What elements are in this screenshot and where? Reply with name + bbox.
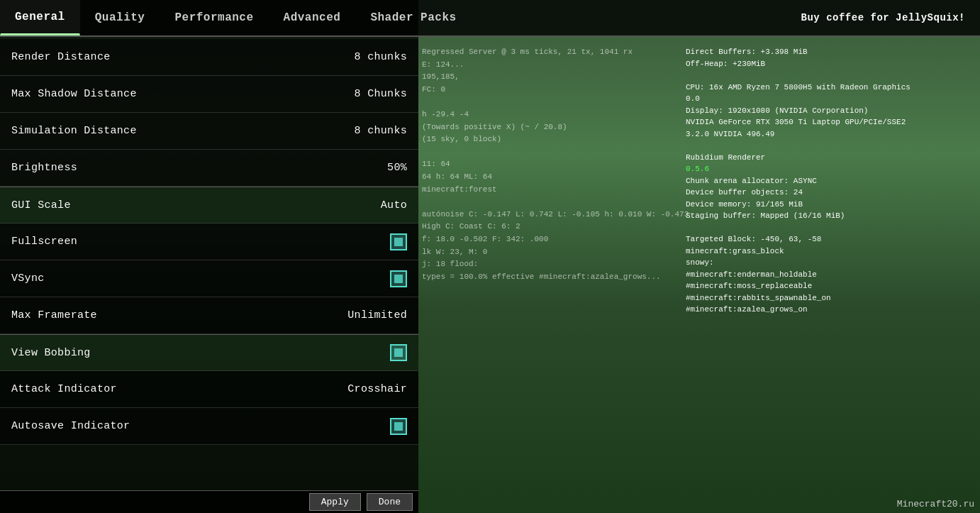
debug-line-left xyxy=(422,96,684,109)
setting-value-max-framerate: Unlimited xyxy=(347,309,407,321)
setting-label-fullscreen: Fullscreen xyxy=(11,236,77,248)
debug-line: Off-Heap: +230MiB xyxy=(686,58,976,70)
setting-value-gui-scale: Auto xyxy=(381,199,407,211)
debug-line: minecraft:grass_block xyxy=(686,246,976,258)
setting-row-view-bobbing[interactable]: View Bobbing xyxy=(0,334,418,371)
tab-bar: General Quality Performance Advanced Sha… xyxy=(0,0,980,37)
debug-line-left: FC: 0 xyxy=(422,84,684,96)
setting-label-vsync: VSync xyxy=(11,272,45,285)
setting-value-max-shadow-distance: 8 Chunks xyxy=(355,88,407,100)
debug-line-left: minecraft:forest xyxy=(422,184,684,197)
done-button[interactable]: Done xyxy=(367,493,413,511)
setting-row-render-distance[interactable]: Render Distance8 chunks xyxy=(0,39,418,76)
setting-row-vsync[interactable]: VSync xyxy=(0,260,418,297)
setting-label-brightness: Brightness xyxy=(11,162,77,174)
setting-label-autosave-indicator: Autosave Indicator xyxy=(11,420,130,432)
debug-line: 3.2.0 NVIDIA 496.49 xyxy=(686,128,976,140)
setting-label-max-shadow-distance: Max Shadow Distance xyxy=(11,88,137,100)
bottom-buttons: Apply Done xyxy=(0,490,418,513)
setting-label-render-distance: Render Distance xyxy=(11,51,111,63)
setting-row-gui-scale[interactable]: GUI ScaleAuto xyxy=(0,187,418,224)
debug-line-left: lk W: 23, M: 0 xyxy=(422,246,684,259)
setting-label-gui-scale: GUI Scale xyxy=(11,199,71,211)
setting-value-attack-indicator: Crosshair xyxy=(347,383,407,395)
tab-shader-packs[interactable]: Shader Packs xyxy=(355,0,471,35)
debug-line-left: 195,185, xyxy=(422,71,684,84)
debug-line-left: E: 124... xyxy=(422,59,684,72)
debug-line xyxy=(686,70,976,82)
setting-label-attack-indicator: Attack Indicator xyxy=(11,383,117,395)
debug-line-left: f: 18.0 -0.502 F: 342: .000 xyxy=(422,233,684,246)
settings-list: Render Distance8 chunksMax Shadow Distan… xyxy=(0,39,418,445)
debug-line: NVIDIA GeForce RTX 3050 Ti Laptop GPU/PC… xyxy=(686,116,976,128)
tab-quality[interactable]: Quality xyxy=(80,0,160,35)
debug-line: CPU: 16x AMD Ryzen 7 5800H5 with Radeon … xyxy=(686,82,976,94)
debug-line: Direct Buffers: +3.398 MiB xyxy=(686,46,976,58)
watermark: Minecraft20.ru xyxy=(897,499,974,509)
setting-label-max-framerate: Max Framerate xyxy=(11,309,97,321)
debug-line xyxy=(686,222,976,234)
debug-line: Display: 1920x1080 (NVIDIA Corporation) xyxy=(686,105,976,117)
debug-line-left: 64 h: 64 ML: 64 xyxy=(422,171,684,184)
tab-advanced[interactable]: Advanced xyxy=(269,0,356,35)
debug-line xyxy=(686,140,976,152)
setting-value-brightness: 50% xyxy=(387,162,407,174)
debug-line: 0.5.6 xyxy=(686,163,976,175)
debug-line: Rubidium Renderer xyxy=(686,152,976,164)
debug-line-left: j: 18 flood: xyxy=(422,258,684,271)
debug-line: Targeted Block: -450, 63, -58 xyxy=(686,233,976,246)
tab-general[interactable]: General xyxy=(0,0,80,35)
setting-value-simulation-distance: 8 chunks xyxy=(355,125,407,137)
debug-line: Chunk arena allocator: ASYNC xyxy=(686,175,976,187)
debug-line-left: High C: Coast C: 6: 2 xyxy=(422,221,684,233)
tab-buy-coffee[interactable]: Buy coffee for JellySquix! xyxy=(786,0,980,35)
setting-value-autosave-indicator xyxy=(390,418,407,435)
setting-value-fullscreen xyxy=(390,233,407,250)
setting-value-render-distance: 8 chunks xyxy=(355,51,407,63)
debug-line: #minecraft:moss_replaceable xyxy=(686,280,976,292)
debug-line-left: autónoise C: -0.147 L: 0.742 L: -0.105 h… xyxy=(422,209,684,221)
setting-row-autosave-indicator[interactable]: Autosave Indicator xyxy=(0,408,418,445)
debug-line-left: Regressed Server @ 3 ms ticks, 21 tx, 10… xyxy=(422,46,684,59)
debug-line: Staging buffer: Mapped (16/16 MiB) xyxy=(686,210,976,222)
debug-line-left xyxy=(422,146,684,159)
debug-line-left: types = 100.0% effective #minecraft:azal… xyxy=(422,271,684,284)
setting-row-max-shadow-distance[interactable]: Max Shadow Distance8 Chunks xyxy=(0,76,418,113)
debug-overlay-right: Direct Buffers: +3.398 MiBOff-Heap: +230… xyxy=(682,43,980,319)
debug-line: Device buffer objects: 24 xyxy=(686,187,976,199)
setting-row-fullscreen[interactable]: Fullscreen xyxy=(0,224,418,260)
setting-label-view-bobbing: View Bobbing xyxy=(11,347,91,359)
debug-line-left xyxy=(422,196,684,209)
setting-label-simulation-distance: Simulation Distance xyxy=(11,125,137,137)
apply-button[interactable]: Apply xyxy=(309,493,361,511)
debug-line-left: (Towards positive X) (~ / 20.8) xyxy=(422,121,684,134)
debug-line: #minecraft:rabbits_spawnable_on xyxy=(686,292,976,304)
tab-performance[interactable]: Performance xyxy=(160,0,268,35)
debug-line: #minecraft:enderman_holdable xyxy=(686,269,976,281)
setting-row-max-framerate[interactable]: Max FramerateUnlimited xyxy=(0,297,418,334)
debug-line: 0.0 xyxy=(686,93,976,105)
debug-overlay-left: Regressed Server @ 3 ms ticks, 21 tx, 10… xyxy=(418,43,688,287)
setting-row-simulation-distance[interactable]: Simulation Distance8 chunks xyxy=(0,113,418,150)
debug-line-left: (15 sky, 0 block) xyxy=(422,133,684,146)
setting-value-vsync xyxy=(390,270,407,287)
setting-value-view-bobbing xyxy=(390,344,407,361)
debug-line-left: h -29.4 -4 xyxy=(422,109,684,121)
debug-line: Device memory: 91/165 MiB xyxy=(686,199,976,211)
debug-line: #minecraft:azalea_grows_on xyxy=(686,304,976,316)
debug-line: snowy: xyxy=(686,257,976,269)
debug-line-left: 11: 64 xyxy=(422,158,684,171)
setting-row-brightness[interactable]: Brightness50% xyxy=(0,150,418,187)
setting-row-attack-indicator[interactable]: Attack IndicatorCrosshair xyxy=(0,371,418,408)
